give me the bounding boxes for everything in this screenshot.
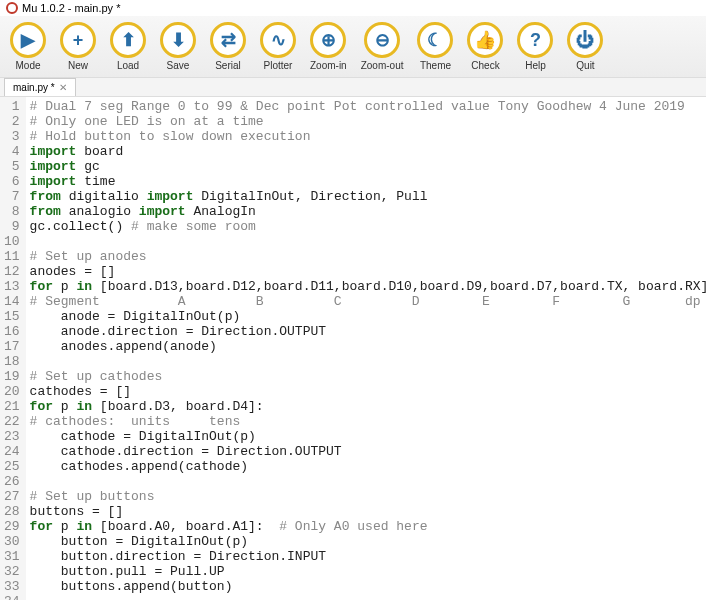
new-icon: + xyxy=(60,22,96,58)
new-button[interactable]: +New xyxy=(60,22,96,71)
quit-icon: ⏻ xyxy=(567,22,603,58)
token-kw: from xyxy=(30,204,61,219)
save-button[interactable]: ⬇Save xyxy=(160,22,196,71)
token-kw: in xyxy=(76,279,92,294)
token-plain: anode.direction = Direction.OUTPUT xyxy=(30,324,326,339)
code-line[interactable]: for p in [board.A0, board.A1]: # Only A0… xyxy=(30,519,706,534)
code-line[interactable]: # Hold button to slow down execution xyxy=(30,129,706,144)
token-plain: button = DigitalInOut(p) xyxy=(30,534,248,549)
plotter-button[interactable]: ∿Plotter xyxy=(260,22,296,71)
code-line[interactable]: from digitalio import DigitalInOut, Dire… xyxy=(30,189,706,204)
token-plain: p xyxy=(53,279,76,294)
token-comment: # Dual 7 seg Range 0 to 99 & Dec point P… xyxy=(30,99,685,114)
load-icon: ⬆ xyxy=(110,22,146,58)
code-line[interactable]: anode = DigitalInOut(p) xyxy=(30,309,706,324)
code-line[interactable] xyxy=(30,594,706,600)
token-comment: # Set up anodes xyxy=(30,249,147,264)
close-icon[interactable]: ✕ xyxy=(59,82,67,93)
tool-label: Quit xyxy=(576,60,594,71)
line-gutter: 1234567891011121314151617181920212223242… xyxy=(0,97,26,600)
code-area[interactable]: # Dual 7 seg Range 0 to 99 & Dec point P… xyxy=(26,97,706,600)
code-line[interactable]: anodes = [] xyxy=(30,264,706,279)
token-plain: cathodes.append(cathode) xyxy=(30,459,248,474)
token-comment: # cathodes: units tens xyxy=(30,414,241,429)
check-icon: 👍 xyxy=(467,22,503,58)
tab-main[interactable]: main.py * ✕ xyxy=(4,78,76,96)
token-kw: import xyxy=(30,174,77,189)
tab-strip: main.py * ✕ xyxy=(0,78,706,97)
code-line[interactable]: # Set up anodes xyxy=(30,249,706,264)
code-line[interactable] xyxy=(30,474,706,489)
window-title: Mu 1.0.2 - main.py * xyxy=(22,2,120,14)
token-comment: # Hold button to slow down execution xyxy=(30,129,311,144)
code-line[interactable]: cathodes.append(cathode) xyxy=(30,459,706,474)
code-line[interactable]: # Dual 7 seg Range 0 to 99 & Dec point P… xyxy=(30,99,706,114)
token-comment: # make some room xyxy=(131,219,256,234)
code-line[interactable]: cathode = DigitalInOut(p) xyxy=(30,429,706,444)
serial-button[interactable]: ⇄Serial xyxy=(210,22,246,71)
zoom-out-button[interactable]: ⊖Zoom-out xyxy=(361,22,404,71)
token-comment: # Set up cathodes xyxy=(30,369,163,384)
tool-label: New xyxy=(68,60,88,71)
code-line[interactable]: button = DigitalInOut(p) xyxy=(30,534,706,549)
code-line[interactable]: from analogio import AnalogIn xyxy=(30,204,706,219)
plotter-icon: ∿ xyxy=(260,22,296,58)
token-comment: # Set up buttons xyxy=(30,489,155,504)
tool-label: Check xyxy=(471,60,499,71)
token-comment: # Only A0 used here xyxy=(279,519,427,534)
mode-icon: ▶ xyxy=(10,22,46,58)
code-line[interactable]: # Only one LED is on at a time xyxy=(30,114,706,129)
theme-button[interactable]: ☾Theme xyxy=(417,22,453,71)
code-line[interactable]: anodes.append(anode) xyxy=(30,339,706,354)
tool-label: Theme xyxy=(420,60,451,71)
save-icon: ⬇ xyxy=(160,22,196,58)
code-line[interactable]: button.direction = Direction.INPUT xyxy=(30,549,706,564)
tool-label: Load xyxy=(117,60,139,71)
token-plain: AnalogIn xyxy=(186,204,256,219)
token-plain: time xyxy=(76,174,115,189)
code-line[interactable]: buttons.append(button) xyxy=(30,579,706,594)
tool-label: Help xyxy=(525,60,546,71)
code-line[interactable] xyxy=(30,354,706,369)
code-line[interactable]: for p in [board.D3, board.D4]: xyxy=(30,399,706,414)
theme-icon: ☾ xyxy=(417,22,453,58)
load-button[interactable]: ⬆Load xyxy=(110,22,146,71)
code-line[interactable]: # Set up cathodes xyxy=(30,369,706,384)
code-line[interactable]: # cathodes: units tens xyxy=(30,414,706,429)
quit-button[interactable]: ⏻Quit xyxy=(567,22,603,71)
code-line[interactable]: buttons = [] xyxy=(30,504,706,519)
check-button[interactable]: 👍Check xyxy=(467,22,503,71)
code-line[interactable]: button.pull = Pull.UP xyxy=(30,564,706,579)
token-kw: import xyxy=(147,189,194,204)
tool-label: Serial xyxy=(215,60,241,71)
serial-icon: ⇄ xyxy=(210,22,246,58)
token-plain: anodes = [] xyxy=(30,264,116,279)
token-kw: for xyxy=(30,399,53,414)
code-line[interactable]: import board xyxy=(30,144,706,159)
title-bar: Mu 1.0.2 - main.py * xyxy=(0,0,706,16)
code-line[interactable]: import time xyxy=(30,174,706,189)
token-comment: # Segment A B C D E F G dp xyxy=(30,294,701,309)
mode-button[interactable]: ▶Mode xyxy=(10,22,46,71)
token-plain: board xyxy=(76,144,123,159)
help-button[interactable]: ?Help xyxy=(517,22,553,71)
code-editor[interactable]: 1234567891011121314151617181920212223242… xyxy=(0,97,706,600)
code-line[interactable]: cathodes = [] xyxy=(30,384,706,399)
token-kw: import xyxy=(139,204,186,219)
code-line[interactable]: # Segment A B C D E F G dp xyxy=(30,294,706,309)
code-line[interactable]: cathode.direction = Direction.OUTPUT xyxy=(30,444,706,459)
code-line[interactable]: for p in [board.D13,board.D12,board.D11,… xyxy=(30,279,706,294)
zoom-out-icon: ⊖ xyxy=(364,22,400,58)
zoom-in-icon: ⊕ xyxy=(310,22,346,58)
token-plain: cathode.direction = Direction.OUTPUT xyxy=(30,444,342,459)
code-line[interactable]: import gc xyxy=(30,159,706,174)
code-line[interactable]: anode.direction = Direction.OUTPUT xyxy=(30,324,706,339)
code-line[interactable]: gc.collect() # make some room xyxy=(30,219,706,234)
token-plain: DigitalInOut, Direction, Pull xyxy=(193,189,427,204)
tool-label: Plotter xyxy=(264,60,293,71)
zoom-in-button[interactable]: ⊕Zoom-in xyxy=(310,22,347,71)
token-plain: gc.collect() xyxy=(30,219,131,234)
code-line[interactable]: # Set up buttons xyxy=(30,489,706,504)
token-plain: cathodes = [] xyxy=(30,384,131,399)
code-line[interactable] xyxy=(30,234,706,249)
